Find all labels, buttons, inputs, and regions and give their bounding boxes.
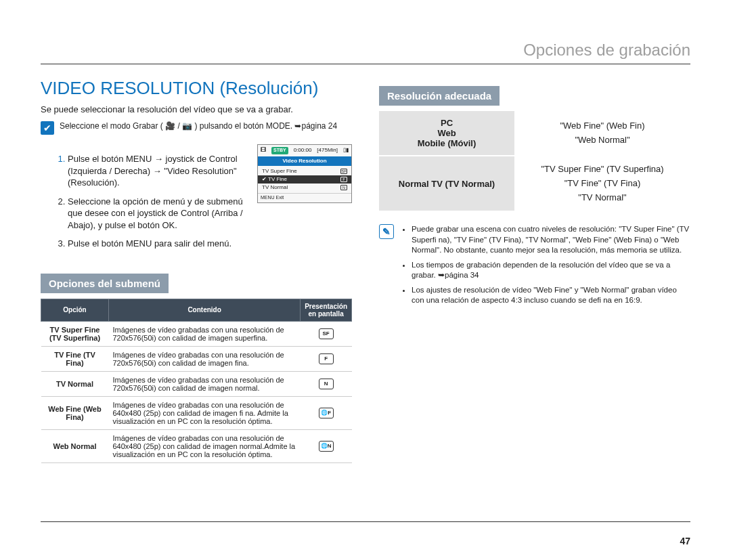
adequate-row: PC Web Mobile (Móvil)"Web Fine" (Web Fin… [379, 111, 690, 156]
option-presentation: F [301, 346, 352, 371]
note-item: Los ajustes de resolución de vídeo "Web … [412, 285, 690, 306]
lcd-item-0-icon: SF [340, 169, 347, 174]
left-column: VIDEO RESOLUTION (Resolución) Se puede s… [41, 78, 352, 463]
options-th-1: Contenido [109, 299, 301, 321]
lcd-menu-list: TV Super Fine SF ✔ TV Fine F TV Normal N [258, 166, 351, 193]
check-icon: ✔ [41, 121, 54, 135]
lcd-preview: 🎞 STBY 0:00:00 [475Min] ▯▮ Video Resolut… [257, 144, 352, 203]
adequate-category: Normal TV (TV Normal) [379, 156, 514, 211]
options-row: TV Super Fine (TV Superfina)Imágenes de … [41, 321, 352, 346]
manual-page: Opciones de grabación VIDEO RESOLUTION (… [0, 0, 731, 483]
lcd-item-0: TV Super Fine SF [258, 167, 351, 175]
adequate-tbody: PC Web Mobile (Móvil)"Web Fine" (Web Fin… [379, 111, 690, 211]
adequate-value: "TV Super Fine" (TV Superfina) "TV Fine"… [514, 156, 690, 211]
presentation-icon: SF [319, 328, 334, 339]
adequate-heading: Resolución adecuada [379, 86, 500, 106]
lcd-item-2-label: TV Normal [262, 184, 288, 191]
option-desc: Imágenes de vídeo grabadas con una resol… [109, 371, 301, 396]
lcd-stby-badge: STBY [271, 147, 288, 154]
note-item: Puede grabar una escena con cuatro nivel… [412, 224, 690, 256]
presentation-icon: F [319, 353, 334, 364]
presentation-icon: N [319, 379, 334, 389]
lcd-item-1: ✔ TV Fine F [258, 175, 351, 184]
options-table: Opción Contenido Presentación en pantall… [41, 299, 352, 463]
adequate-category: PC Web Mobile (Móvil) [379, 111, 514, 156]
notes-list: Puede grabar una escena con cuatro nivel… [401, 224, 690, 310]
options-row: TV Fine (TV Fina)Imágenes de vídeo graba… [41, 346, 352, 371]
step-3: Pulse el botón MENU para salir del menú. [68, 238, 249, 250]
two-column-layout: VIDEO RESOLUTION (Resolución) Se puede s… [41, 78, 690, 463]
option-name: Web Fine (Web Fina) [41, 396, 109, 429]
step-1-text: Pulse el botón MENU → joystick de Contro… [68, 154, 238, 188]
footer-rule [41, 521, 690, 522]
presentation-icon: 🌐N [319, 441, 334, 452]
option-desc: Imágenes de vídeo grabadas con una resol… [109, 346, 301, 371]
option-desc: Imágenes de vídeo grabadas con una resol… [109, 396, 301, 429]
option-name: TV Normal [41, 371, 109, 396]
lcd-item-1-check: ✔ [262, 176, 267, 183]
option-name: TV Fine (TV Fina) [41, 346, 109, 371]
options-tbody: TV Super Fine (TV Superfina)Imágenes de … [41, 321, 352, 462]
lcd-item-2: TV Normal N [258, 184, 351, 192]
options-th-0: Opción [41, 299, 109, 321]
intro-text: Se puede seleccionar la resolución del v… [41, 104, 352, 114]
option-presentation: 🌐N [301, 429, 352, 462]
lcd-film-icon: 🎞 [261, 147, 266, 154]
lcd-item-0-label: TV Super Fine [262, 168, 297, 175]
lcd-item-1-icon: F [340, 177, 347, 182]
page-number: 47 [680, 536, 690, 546]
step-list: Pulse el botón MENU → joystick de Contro… [41, 153, 249, 257]
lcd-battery-icon: ▯▮ [343, 147, 349, 154]
option-presentation: 🌐F [301, 396, 352, 429]
option-desc: Imágenes de vídeo grabadas con una resol… [109, 321, 301, 346]
notes-block: ✎ Puede grabar una escena con cuatro niv… [379, 224, 690, 310]
option-presentation: SF [301, 321, 352, 346]
lcd-footer: MENU Exit [258, 193, 351, 202]
lcd-statusbar: 🎞 STBY 0:00:00 [475Min] ▯▮ [258, 145, 351, 156]
option-presentation: N [301, 371, 352, 396]
option-desc: Imágenes de vídeo grabadas con una resol… [109, 429, 301, 462]
submenu-heading: Opciones del submenú [41, 274, 169, 293]
note-icon: ✎ [379, 224, 394, 239]
adequate-value: "Web Fine" (Web Fin) "Web Normal" [514, 111, 690, 156]
presentation-icon: 🌐F [319, 408, 334, 418]
lcd-menu-title: Video Resolution [258, 156, 351, 166]
lcd-item-1-label: TV Fine [267, 176, 340, 183]
mode-note-text: Seleccione el modo Grabar ( 🎥 / 📷 ) puls… [60, 121, 337, 131]
options-row: TV NormalImágenes de vídeo grabadas con … [41, 371, 352, 396]
adequate-table: PC Web Mobile (Móvil)"Web Fine" (Web Fin… [379, 111, 690, 212]
adequate-row: Normal TV (TV Normal)"TV Super Fine" (TV… [379, 156, 690, 211]
step-2: Seleccione la opción de menú y de submen… [68, 196, 249, 232]
section-title: VIDEO RESOLUTION (Resolución) [41, 78, 352, 99]
chapter-title: Opciones de grabación [41, 41, 690, 64]
note-item: Los tiempos de grabación dependen de la … [412, 260, 690, 281]
step-1: Pulse el botón MENU → joystick de Contro… [68, 153, 249, 189]
steps-and-lcd: Pulse el botón MENU → joystick de Contro… [41, 144, 352, 265]
options-row: Web Fine (Web Fina)Imágenes de vídeo gra… [41, 396, 352, 429]
lcd-item-2-icon: N [340, 185, 347, 190]
option-name: TV Super Fine (TV Superfina) [41, 321, 109, 346]
mode-prerequisite: ✔ Seleccione el modo Grabar ( 🎥 / 📷 ) pu… [41, 121, 352, 135]
options-row: Web NormalImágenes de vídeo grabadas con… [41, 429, 352, 462]
options-th-2: Presentación en pantalla [301, 299, 352, 321]
lcd-remain: [475Min] [317, 147, 338, 154]
right-column: Resolución adecuada PC Web Mobile (Móvil… [379, 78, 690, 463]
option-name: Web Normal [41, 429, 109, 462]
lcd-time: 0:00:00 [294, 147, 312, 154]
options-thead: Opción Contenido Presentación en pantall… [41, 299, 352, 321]
